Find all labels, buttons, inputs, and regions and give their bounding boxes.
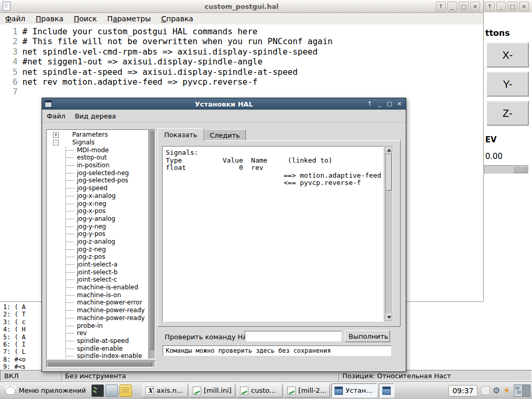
maximize-button[interactable]: □: [459, 2, 469, 11]
minimize-button[interactable]: _: [447, 2, 457, 11]
tree-expander-icon[interactable]: -: [53, 140, 59, 145]
tree-item[interactable]: in-position: [47, 162, 148, 169]
tree-item[interactable]: probe-in: [47, 322, 148, 329]
scrollbar-thumb[interactable]: [386, 154, 392, 191]
tree-item-label: in-position: [77, 162, 110, 169]
terminal-launcher-icon[interactable]: [91, 384, 104, 397]
hal-tree[interactable]: + Parameters - Signals MDI-mode estop-ou…: [46, 129, 148, 359]
minimize-button[interactable]: _: [496, 2, 506, 11]
tree-item[interactable]: rev: [47, 329, 148, 337]
tree-item[interactable]: joint-select-a: [47, 261, 148, 269]
tree-item[interactable]: jog-z-neg: [47, 245, 148, 253]
tree-item[interactable]: machine-power-ready: [47, 307, 148, 314]
editor-menu-item[interactable]: Параметры: [102, 14, 156, 23]
tree-item[interactable]: machine-is-on: [47, 291, 148, 299]
minimized-window-button[interactable]: [379, 383, 394, 397]
tree-item-label: jog-x-analog: [77, 192, 116, 200]
tree-item-label: jog-x-neg: [77, 200, 107, 207]
tree-item[interactable]: joint-select-c: [47, 276, 148, 284]
tree-item-label: joint-select-a: [77, 261, 117, 268]
output-vertical-scrollbar[interactable]: [385, 146, 393, 322]
editor-menu-item[interactable]: Файл: [0, 14, 31, 23]
tree-item[interactable]: - Signals: [47, 139, 148, 147]
settings-gear-icon[interactable]: ⚙: [493, 387, 500, 395]
applications-menu-button[interactable]: Меню приложений: [2, 383, 90, 398]
scroll-up-button[interactable]: [385, 147, 392, 154]
rev-slider-handle[interactable]: [513, 166, 527, 173]
tree-item[interactable]: jog-z-analog: [47, 238, 148, 246]
editor-menu-item[interactable]: Справка: [156, 14, 198, 23]
workspace-1-cell[interactable]: [514, 385, 522, 396]
jog-buttons-heading: ttons: [485, 28, 510, 38]
tree-expander-icon[interactable]: +: [53, 132, 59, 138]
taskbar-task-button[interactable]: [mill.ini]: [190, 383, 235, 397]
hal-output-line: float 0 rev: [166, 164, 383, 172]
shade-button[interactable]: ↑: [436, 2, 446, 11]
tree-item[interactable]: jog-selected-neg: [47, 169, 148, 177]
tree-item[interactable]: MDI-mode: [47, 146, 148, 154]
close-button[interactable]: ×: [395, 100, 403, 108]
tree-item[interactable]: spindle-index-enable: [47, 352, 148, 359]
tree-item[interactable]: joint-select-b: [47, 268, 148, 276]
hal-command-input[interactable]: [245, 331, 341, 341]
rev-slider[interactable]: [484, 165, 529, 174]
execute-button[interactable]: Выполнить: [344, 330, 390, 342]
tree-item[interactable]: spindle-at-speed: [47, 337, 148, 345]
tree-item[interactable]: estop-out: [47, 154, 148, 162]
notebook-tab[interactable]: Показать: [157, 128, 204, 141]
line-number: 6: [0, 77, 22, 87]
maximize-button[interactable]: □: [508, 2, 517, 11]
editor-code-line: 4 #net siggen1-out => axisui.display-spi…: [0, 57, 483, 66]
tree-horizontal-scrollbar[interactable]: [46, 361, 155, 367]
notification-tray-icon[interactable]: [481, 386, 490, 395]
tree-item[interactable]: jog-x-analog: [47, 192, 148, 200]
taskbar-task-button[interactable]: [mill-2...: [284, 383, 330, 397]
close-button[interactable]: ×: [519, 2, 529, 11]
tree-item[interactable]: + Parameters: [47, 131, 148, 139]
axis-window-titlebar[interactable]: ↑_□×: [483, 0, 532, 13]
tree-item[interactable]: machine-is-enabled: [47, 284, 148, 291]
taskbar-task-button[interactable]: custo...: [237, 383, 283, 397]
jog-button[interactable]: X-: [486, 43, 529, 68]
jog-button[interactable]: Z-: [486, 101, 529, 126]
tree-item[interactable]: spindle-enable: [47, 344, 148, 352]
hal-menu-item[interactable]: Файл: [42, 111, 70, 121]
tree-item[interactable]: jog-z-pos: [47, 253, 148, 261]
scrollbar-thumb[interactable]: [47, 362, 152, 366]
hal-dialog-titlebar[interactable]: Установки HAL ↑_□×: [42, 98, 406, 110]
scroll-down-button[interactable]: [385, 314, 392, 321]
editor-window-title: custom_postgui.hal: [0, 3, 483, 10]
updates-sun-icon[interactable]: ☀: [503, 387, 510, 395]
editor-code-line: 2 # This file will not be overwritten wh…: [0, 36, 483, 46]
maximize-button[interactable]: □: [385, 100, 393, 108]
tree-item[interactable]: jog-y-pos: [47, 230, 148, 238]
tree-item[interactable]: jog-y-neg: [47, 222, 148, 230]
notes-launcher-icon[interactable]: [119, 384, 132, 397]
line-number: 4: [0, 57, 22, 66]
notebook-tab[interactable]: Следить: [204, 129, 246, 141]
tree-item[interactable]: jog-x-pos: [47, 207, 148, 215]
tree-item-label: joint-select-b: [77, 269, 117, 276]
tree-item[interactable]: machine-power-ready: [47, 314, 148, 322]
taskbar-task-button[interactable]: axis.n...: [142, 383, 188, 397]
tree-item[interactable]: jog-x-neg: [47, 200, 148, 207]
editor-menu-item[interactable]: Правка: [31, 14, 69, 23]
editor-menu-item[interactable]: Поиск: [69, 14, 102, 23]
minimize-button[interactable]: _: [376, 100, 383, 108]
tree-vertical-scrollbar[interactable]: [149, 129, 155, 359]
tree-item[interactable]: jog-selected-pos: [47, 177, 148, 184]
scrollbar-thumb[interactable]: [150, 130, 154, 350]
hal-menu-item[interactable]: Вид дерева: [70, 111, 121, 121]
screenshot-launcher-icon[interactable]: [105, 384, 118, 397]
shade-button[interactable]: ↑: [485, 2, 495, 11]
tree-item[interactable]: jog-speed: [47, 184, 148, 192]
taskbar-task-button[interactable]: Устан...: [331, 383, 377, 397]
jog-button[interactable]: Y-: [486, 72, 529, 97]
tree-item[interactable]: jog-y-analog: [47, 215, 148, 223]
close-button[interactable]: ×: [470, 2, 480, 11]
tree-item[interactable]: machine-power-error: [47, 299, 148, 307]
shade-button[interactable]: ↑: [366, 100, 374, 108]
editor-titlebar[interactable]: custom_postgui.hal ↑_□×: [0, 0, 483, 13]
workspace-2-cell[interactable]: [522, 385, 530, 396]
clock[interactable]: 09:37: [448, 385, 477, 396]
